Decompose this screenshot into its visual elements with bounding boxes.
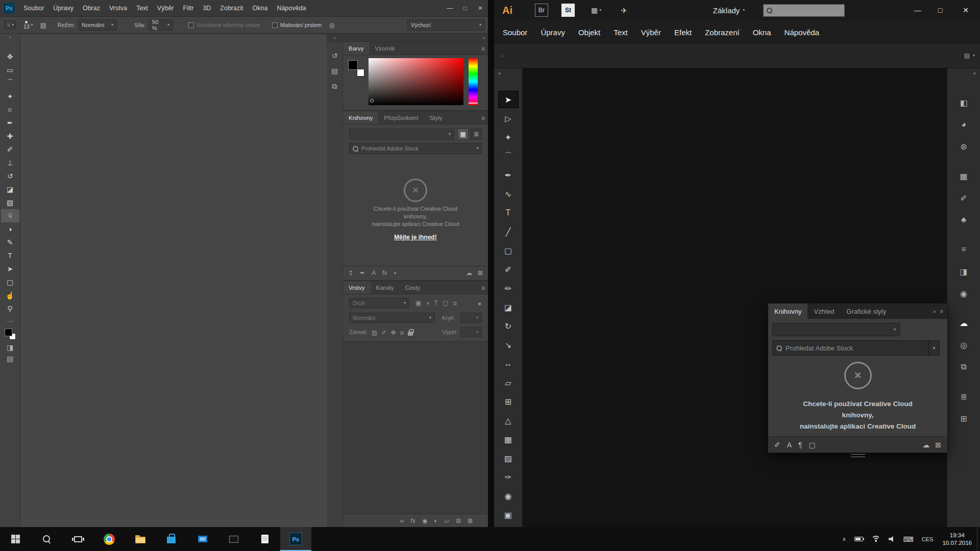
panel-collapse-icon[interactable]: » (933, 308, 936, 314)
layer-filter-select[interactable]: Druh ▾ (349, 298, 409, 308)
volume-button[interactable] (885, 527, 899, 551)
maximize-button[interactable]: □ (457, 0, 473, 16)
menu-text[interactable]: Text (132, 5, 153, 12)
taskbar-clock[interactable]: 19:34 10.07.2016 (937, 532, 977, 547)
maximize-button[interactable]: □ (929, 0, 951, 20)
menu-objekt[interactable]: Objekt (572, 28, 607, 37)
share-icon[interactable]: ✈ (621, 7, 627, 14)
delete-item-icon[interactable]: ⊠ (478, 269, 483, 277)
width-tool[interactable]: ↔ (498, 355, 519, 372)
shape-tool[interactable]: ▢ (1, 276, 19, 289)
photos-button[interactable] (187, 527, 218, 551)
close-button[interactable]: ✕ (951, 0, 980, 20)
tab-knihovny[interactable]: Knihovny (343, 111, 378, 124)
tray-expand-icon[interactable]: ∧ (838, 527, 850, 551)
eyedropper-tool[interactable]: ✒ (1, 116, 19, 130)
delete-layer-icon[interactable]: ⊠ (468, 517, 473, 524)
tab-cesty[interactable]: Cesty (400, 281, 426, 294)
menu-soubor[interactable]: Soubor (19, 5, 48, 12)
eyedropper-tool[interactable]: ✑ (498, 468, 519, 486)
photoshop-canvas[interactable] (20, 34, 327, 527)
layer-effects-icon[interactable]: fx (411, 517, 415, 524)
path-selection-tool[interactable]: ➤ (1, 262, 19, 276)
tab-knihovny[interactable]: Knihovny (768, 304, 807, 319)
brushes-panel-icon[interactable]: ✐ (955, 189, 972, 207)
lasso-tool[interactable]: ⌒ (1, 77, 19, 90)
library-select[interactable]: ▾ (772, 323, 900, 336)
recolor-artwork-icon[interactable]: ⊛ (955, 138, 972, 155)
toolbar-expand-icon[interactable]: » (498, 70, 501, 76)
healing-brush-tool[interactable]: ✚ (1, 130, 19, 143)
touch-keyboard-button[interactable]: ⌨ (899, 527, 918, 551)
menu-napoveda[interactable]: Nápověda (778, 28, 826, 37)
add-content-icon[interactable]: ↥ (348, 269, 353, 277)
selection-tool[interactable]: ➤ (498, 91, 519, 108)
add-character-style-icon[interactable]: A (787, 441, 792, 449)
links-panel-icon[interactable]: ⧉ (955, 358, 972, 375)
taskbar-search-button[interactable] (31, 527, 62, 551)
tool-preset-picker[interactable]: ☟ ▾ (4, 20, 16, 30)
tab-styly[interactable]: Styly (424, 111, 448, 124)
layer-mask-icon[interactable]: ◉ (422, 517, 427, 524)
swatches-panel-icon[interactable]: ▦ (955, 167, 972, 185)
menu-zobrazit[interactable]: Zobrazit (215, 5, 248, 12)
start-button[interactable] (0, 527, 31, 551)
arrange-documents-button[interactable]: ▦ ▾ (591, 7, 601, 14)
filter-type-layers-icon[interactable]: T (434, 299, 438, 307)
eraser-tool[interactable]: ◪ (1, 183, 19, 196)
close-button[interactable]: ✕ (473, 0, 488, 16)
photoshop-taskbar-button[interactable]: Ps (280, 527, 311, 551)
store-button[interactable] (156, 527, 187, 551)
illustrator-canvas[interactable] (523, 68, 947, 527)
library-select[interactable]: ▾ (349, 129, 454, 140)
filter-pixel-layers-icon[interactable]: ▣ (415, 299, 421, 307)
grid-view-button[interactable]: ▦ (457, 129, 469, 140)
edit-toolbar-icon[interactable]: ⋯ (7, 318, 13, 324)
filter-toggle-icon[interactable]: ● (478, 300, 481, 307)
sample-all-layers-checkbox[interactable]: Vzorkovat všechny vrstvy (188, 22, 260, 28)
color-panel-icon[interactable]: ◧ (955, 94, 972, 111)
control-bar-dock-icon[interactable]: ▤ (964, 52, 970, 59)
artboards-panel-icon[interactable]: ⊞ (955, 410, 972, 427)
add-layer-style-icon[interactable]: fx (382, 269, 387, 277)
brush-tool[interactable]: ✐ (1, 143, 19, 156)
smudge-tool[interactable]: ☟ (1, 209, 19, 222)
menu-efekt[interactable]: Efekt (668, 28, 698, 37)
appbar-search-input[interactable] (775, 7, 842, 14)
tab-vzhled[interactable]: Vzhled (807, 304, 840, 319)
task-view-button[interactable] (62, 527, 93, 551)
menu-filtr[interactable]: Filtr (179, 5, 199, 12)
menu-obraz[interactable]: Obraz (78, 5, 105, 12)
curvature-tool[interactable]: ∿ (498, 185, 519, 203)
dock-collapse-icon[interactable]: « (973, 70, 976, 76)
menu-okna[interactable]: Okna (746, 28, 778, 37)
brush-size-picker[interactable]: 13 ▾ (23, 21, 33, 30)
add-paragraph-style-icon[interactable]: ¶ (798, 441, 802, 449)
panel-menu-icon[interactable]: ≡ (940, 308, 943, 314)
saturation-brightness-field[interactable] (369, 58, 463, 105)
add-character-style-icon[interactable]: A (372, 269, 376, 277)
hue-slider[interactable] (469, 58, 478, 105)
pen-tool[interactable]: ✎ (1, 236, 19, 249)
get-creative-cloud-link[interactable]: Mějte je ihned! (343, 234, 488, 241)
panel-menu-icon[interactable]: ≡ (481, 285, 485, 292)
tab-kanaly[interactable]: Kanály (371, 281, 400, 294)
foreground-background-swatches[interactable] (4, 328, 17, 341)
foreground-background-swatches[interactable] (348, 60, 364, 77)
layer-group-icon[interactable]: ▱ (445, 517, 449, 524)
filter-smart-objects-icon[interactable]: ⧈ (453, 299, 457, 307)
quick-mask-icon[interactable]: ◨ (7, 344, 13, 351)
strength-select[interactable]: 50 % ▾ (149, 19, 173, 31)
filter-shape-layers-icon[interactable]: ▢ (443, 299, 448, 307)
add-color-icon[interactable]: ▢ (809, 441, 816, 449)
panel-menu-icon[interactable]: ≡ (481, 115, 485, 122)
eraser-tool[interactable]: ◪ (498, 298, 519, 316)
workspace-switcher[interactable]: Základy ▾ (713, 6, 745, 15)
rotate-tool[interactable]: ↻ (498, 317, 519, 335)
search-options-button[interactable]: ▾ (928, 340, 940, 356)
clone-stamp-tool[interactable]: ⊥ (1, 156, 19, 169)
stock-search-input[interactable] (786, 344, 925, 352)
link-layers-icon[interactable]: ∞ (400, 517, 404, 524)
menu-vyber[interactable]: Výběr (153, 5, 179, 12)
add-brush-icon[interactable]: ✐ (774, 441, 780, 449)
